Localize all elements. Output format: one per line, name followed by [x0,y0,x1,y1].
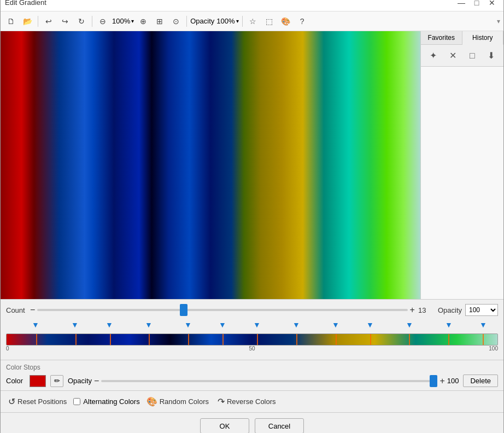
tab-favorites[interactable]: Favorites [421,31,462,44]
reset-positions-button[interactable]: ↺ Reset Positions [6,395,69,408]
opacity-stop-slider[interactable] [101,380,437,382]
reset-icon: ↺ [8,396,15,407]
alternating-colors-checkbox[interactable] [73,398,80,405]
color-stop-row: Color ✏ Opacity − + 100 Delete [6,375,498,387]
color-stops-title: Color Stops [6,364,498,371]
stop-arrow-9[interactable]: ▼ [332,320,339,329]
random-icon: 🎨 [146,396,157,407]
clear-favorites-button[interactable]: ✕ [447,49,459,62]
stop-arrow-11[interactable]: ▼ [406,320,413,329]
stop-arrows-row: ▼ ▼ ▼ ▼ ▼ ▼ ▼ ▼ ▼ ▼ ▼ ▼ ▼ [6,320,498,333]
new-button[interactable]: 🗋 [4,14,18,28]
delete-button[interactable]: Delete [463,375,498,387]
alternating-colors-label[interactable]: Alternating Colors [73,397,139,406]
footer-buttons: OK Cancel [1,412,503,433]
stop-arrow-6[interactable]: ▼ [219,320,226,329]
count-slider-container: − + [30,306,415,314]
stop-arrow-12[interactable]: ▼ [445,320,453,329]
edit-gradient-window: Edit Gradient — □ ✕ 🗋 📂 ↩ ↪ ↻ ⊖ 100% ▾ ⊕… [0,0,504,433]
color-label: Color [6,377,25,385]
opacity-right-label: Opacity [438,306,462,314]
undo-button[interactable]: ↩ [42,14,56,28]
opacity-value: 100% [216,17,235,25]
stop-arrow-13[interactable]: ▼ [479,320,487,329]
minimize-button[interactable]: — [454,0,468,8]
zoom-out-button[interactable]: ⊖ [96,14,110,28]
toolbar: 🗋 📂 ↩ ↪ ↻ ⊖ 100% ▾ ⊕ ⊞ ⊙ Opacity 100% ▾ … [1,11,503,31]
reset-positions-label: Reset Positions [17,397,67,406]
stop-tick-4 [149,334,150,345]
reverse-colors-label: Reverse Colors [227,397,276,406]
stop-tick-7 [257,334,258,345]
opacity-stop-value: 100 [447,377,459,385]
opacity-label: Opacity [190,17,214,25]
stop-arrow-4[interactable]: ▼ [145,320,153,329]
ok-button[interactable]: OK [200,418,249,433]
color-swatch[interactable] [30,375,46,387]
help-button[interactable]: ? [295,14,309,28]
ruler-end: 100 [489,346,498,352]
opacity-dropdown[interactable]: 100 75 50 25 [465,304,498,316]
random-colors-button[interactable]: 🎨 Random Colors [144,395,211,408]
opacity-control: 100% ▾ [216,17,238,25]
color-stops-section: Color Stops Color ✏ Opacity − + 100 Dele… [1,360,503,390]
stop-arrow-7[interactable]: ▼ [253,320,261,329]
redo-button[interactable]: ↪ [58,14,72,28]
stop-tick-8 [296,334,297,345]
gradient-preview [1,31,420,299]
stop-tick-6 [222,334,224,345]
open-button[interactable]: 📂 [20,14,34,28]
check-button[interactable]: ⊙ [169,14,183,28]
split-view-button[interactable]: ⊞ [153,14,167,28]
eyedropper-button[interactable]: ✏ [50,375,63,387]
export-button[interactable]: ⬚ [262,14,277,28]
reverse-colors-button[interactable]: ↷ Reverse Colors [215,395,278,408]
alternating-colors-text: Alternating Colors [83,397,139,406]
refresh-button[interactable]: ↻ [74,14,89,28]
stop-arrow-2[interactable]: ▼ [71,320,79,329]
ruler-start: 0 [6,346,9,352]
right-panel: Favorites History ✦ ✕ □ ⬇ [420,31,503,299]
controls-section: Count − + 13 Opacity 100 75 50 25 ▼ ▼ ▼ … [1,299,503,360]
gradient-stops-area: ▼ ▼ ▼ ▼ ▼ ▼ ▼ ▼ ▼ ▼ ▼ ▼ ▼ [6,320,498,355]
add-to-favorites-button[interactable]: ✦ [427,49,439,62]
count-minus[interactable]: − [30,306,35,314]
count-slider[interactable] [37,309,407,311]
tab-history[interactable]: History [462,31,504,45]
opacity-stop-plus[interactable]: + [439,377,444,385]
bottom-actions: ↺ Reset Positions Alternating Colors 🎨 R… [1,390,503,412]
title-bar: Edit Gradient — □ ✕ [1,0,503,11]
opacity-dropdown-arrow[interactable]: ▾ [236,18,239,24]
download-button[interactable]: ⬇ [485,49,497,62]
stop-arrow-8[interactable]: ▼ [292,320,300,329]
stop-tick-10 [370,334,371,345]
stop-tick-13 [483,334,484,345]
cancel-button[interactable]: Cancel [255,418,304,433]
toolbar-sep-1 [38,16,38,27]
stop-arrow-1[interactable]: ▼ [32,320,39,329]
stop-tick-11 [409,334,410,345]
ruler-mid: 50 [249,346,255,352]
opacity-stop-minus[interactable]: − [94,377,99,385]
clone-button[interactable]: □ [467,50,477,62]
toolbar-sep-4 [242,16,243,27]
toolbar-sep-3 [186,16,187,27]
zoom-dropdown-arrow[interactable]: ▾ [131,18,134,24]
gradient-bar[interactable] [6,333,498,346]
ruler-row: 0 50 100 [6,346,498,355]
zoom-value: 100% [112,17,130,25]
random-colors-label: Random Colors [160,397,209,406]
count-label: Count [6,306,27,314]
stop-arrow-10[interactable]: ▼ [366,320,374,329]
close-button[interactable]: ✕ [485,0,499,8]
count-plus[interactable]: + [410,306,415,314]
zoom-control: 100% ▾ [112,17,134,25]
stop-arrow-5[interactable]: ▼ [184,320,192,329]
maximize-button[interactable]: □ [470,0,484,8]
stop-arrow-3[interactable]: ▼ [106,320,113,329]
palette-button[interactable]: 🎨 [279,14,293,28]
favorites-button[interactable]: ☆ [246,14,260,28]
svg-rect-0 [1,31,420,299]
zoom-in-button[interactable]: ⊕ [136,14,150,28]
title-bar-controls: — □ ✕ [454,0,499,8]
